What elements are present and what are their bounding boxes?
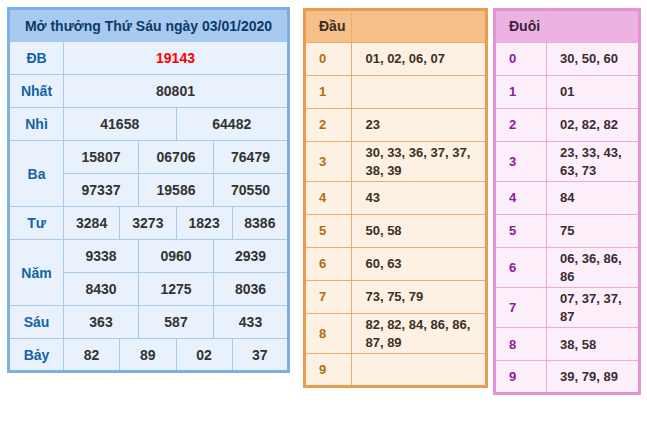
duoi-digit: 7 — [495, 288, 547, 328]
dau-digit: 7 — [305, 281, 352, 314]
prize-value: 41658 — [64, 108, 177, 141]
table-row: 939, 79, 89 — [495, 361, 640, 394]
dau-digit: 8 — [305, 314, 352, 354]
duoi-digit: 3 — [495, 142, 547, 182]
table-row: 707, 37, 37, 87 — [495, 288, 640, 328]
table-row: 9 — [305, 354, 487, 387]
prize-value: 97337 — [64, 174, 139, 207]
dau-numbers: 50, 58 — [352, 215, 487, 248]
dau-digit: 9 — [305, 354, 352, 387]
duoi-numbers: 75 — [547, 215, 640, 248]
table-row: 660, 63 — [305, 248, 487, 281]
duoi-panel: Đuôi 030, 50, 60 101 202, 82, 82 323, 33… — [493, 8, 641, 395]
prize-value: 8386 — [232, 207, 288, 240]
dau-digit: 2 — [305, 109, 352, 142]
dau-numbers: 30, 33, 36, 37, 37, 38, 39 — [352, 142, 487, 182]
table-row: 882, 82, 84, 86, 86, 87, 89 — [305, 314, 487, 354]
table-row: 484 — [495, 182, 640, 215]
table-row: Tư 3284 3273 1823 8386 — [9, 207, 289, 240]
prize-value: 64482 — [176, 108, 289, 141]
dau-numbers: 82, 82, 84, 86, 86, 87, 89 — [352, 314, 487, 354]
dau-numbers — [352, 76, 487, 109]
duoi-numbers: 02, 82, 82 — [547, 109, 640, 142]
duoi-numbers: 84 — [547, 182, 640, 215]
prize-value: 433 — [214, 306, 289, 339]
prize-label-nam: Năm — [9, 240, 64, 306]
table-row: 838, 58 — [495, 328, 640, 361]
table-row: Đầu — [305, 10, 487, 43]
prize-label-db: ĐB — [9, 42, 64, 75]
prize-value: 80801 — [64, 75, 289, 108]
prize-value: 3284 — [64, 207, 120, 240]
prize-value: 15807 — [64, 141, 139, 174]
table-row: 223 — [305, 109, 487, 142]
duoi-digit: 9 — [495, 361, 547, 394]
prize-value: 19586 — [139, 174, 214, 207]
duoi-numbers: 39, 79, 89 — [547, 361, 640, 394]
prize-value-special: 19143 — [64, 42, 289, 75]
duoi-digit: 2 — [495, 109, 547, 142]
prize-label-tu: Tư — [9, 207, 64, 240]
prize-results-panel: Mở thưởng Thứ Sáu ngày 03/01/2020 ĐB 191… — [7, 7, 290, 373]
prize-value: 1823 — [176, 207, 232, 240]
dau-numbers: 01, 02, 06, 07 — [352, 43, 487, 76]
dau-digit: 1 — [305, 76, 352, 109]
dau-header: Đầu — [305, 10, 352, 43]
dau-numbers: 60, 63 — [352, 248, 487, 281]
duoi-digit: 8 — [495, 328, 547, 361]
table-row: Năm 9338 0960 2939 — [9, 240, 289, 273]
duoi-header: Đuôi — [495, 10, 547, 43]
table-row: 323, 33, 43, 63, 73 — [495, 142, 640, 182]
prize-value: 587 — [139, 306, 214, 339]
table-row: Ba 15807 06706 76479 — [9, 141, 289, 174]
table-row: 606, 36, 86, 86 — [495, 248, 640, 288]
dau-numbers — [352, 354, 487, 387]
prize-value: 02 — [176, 339, 232, 372]
table-row: 773, 75, 79 — [305, 281, 487, 314]
duoi-numbers: 07, 37, 37, 87 — [547, 288, 640, 328]
prize-value: 363 — [64, 306, 139, 339]
dau-header-spacer — [352, 10, 487, 43]
dau-numbers: 43 — [352, 182, 487, 215]
duoi-numbers: 23, 33, 43, 63, 73 — [547, 142, 640, 182]
prize-value: 06706 — [139, 141, 214, 174]
dau-numbers: 23 — [352, 109, 487, 142]
dau-digit: 0 — [305, 43, 352, 76]
table-row: 101 — [495, 76, 640, 109]
table-row: Bảy 82 89 02 37 — [9, 339, 289, 372]
prize-results-table: Mở thưởng Thứ Sáu ngày 03/01/2020 ĐB 191… — [7, 7, 290, 373]
dau-digit: 3 — [305, 142, 352, 182]
duoi-table: Đuôi 030, 50, 60 101 202, 82, 82 323, 33… — [493, 8, 641, 395]
table-row: 202, 82, 82 — [495, 109, 640, 142]
dau-table: Đầu 001, 02, 06, 07 1 223 330, 33, 36, 3… — [303, 8, 488, 388]
results-title: Mở thưởng Thứ Sáu ngày 03/01/2020 — [9, 9, 289, 42]
dau-numbers: 73, 75, 79 — [352, 281, 487, 314]
duoi-digit: 5 — [495, 215, 547, 248]
prize-value: 8036 — [214, 273, 289, 306]
table-row: 001, 02, 06, 07 — [305, 43, 487, 76]
table-row: 443 — [305, 182, 487, 215]
prize-label-nhat: Nhất — [9, 75, 64, 108]
table-row: 030, 50, 60 — [495, 43, 640, 76]
table-row: Sáu 363 587 433 — [9, 306, 289, 339]
table-row: 330, 33, 36, 37, 37, 38, 39 — [305, 142, 487, 182]
prize-value: 8430 — [64, 273, 139, 306]
dau-digit: 4 — [305, 182, 352, 215]
prize-value: 70550 — [214, 174, 289, 207]
dau-digit: 6 — [305, 248, 352, 281]
prize-value: 76479 — [214, 141, 289, 174]
prize-label-nhi: Nhì — [9, 108, 64, 141]
duoi-numbers: 30, 50, 60 — [547, 43, 640, 76]
duoi-numbers: 38, 58 — [547, 328, 640, 361]
duoi-numbers: 01 — [547, 76, 640, 109]
prize-value: 37 — [232, 339, 288, 372]
prize-value: 89 — [120, 339, 176, 372]
prize-value: 3273 — [120, 207, 176, 240]
prize-value: 1275 — [139, 273, 214, 306]
prize-label-ba: Ba — [9, 141, 64, 207]
dau-digit: 5 — [305, 215, 352, 248]
duoi-numbers: 06, 36, 86, 86 — [547, 248, 640, 288]
table-row: Nhất 80801 — [9, 75, 289, 108]
table-row: 1 — [305, 76, 487, 109]
duoi-header-spacer — [547, 10, 640, 43]
